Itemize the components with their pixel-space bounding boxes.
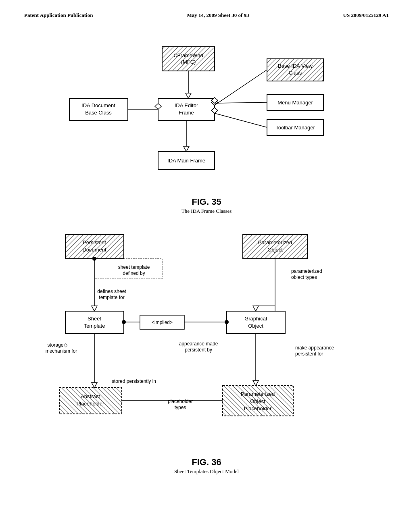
- fig35-diagram: CFrameWnd (MFC) Base IDA View Class IDA …: [49, 39, 364, 192]
- svg-text:Object: Object: [248, 323, 263, 329]
- header-right: US 2009/0125129 A1: [343, 12, 389, 19]
- svg-marker-88: [253, 380, 259, 386]
- svg-marker-22: [186, 93, 191, 98]
- svg-line-27: [215, 102, 267, 103]
- svg-point-84: [225, 320, 229, 324]
- svg-text:storage◇: storage◇: [47, 342, 67, 348]
- svg-text:(MFC): (MFC): [181, 59, 196, 65]
- svg-line-29: [215, 113, 267, 127]
- svg-text:make appearance: make appearance: [295, 345, 334, 351]
- svg-text:Object: Object: [250, 398, 265, 404]
- svg-text:Frame: Frame: [179, 110, 194, 116]
- svg-text:Template: Template: [84, 323, 105, 329]
- svg-text:defines sheet: defines sheet: [97, 289, 126, 294]
- svg-text:sheet template: sheet template: [118, 264, 150, 270]
- svg-marker-32: [184, 146, 189, 152]
- page: Patent Application Publication May 14, 2…: [0, 0, 413, 532]
- svg-text:mechanism for: mechanism for: [46, 348, 77, 354]
- svg-text:placeholder: placeholder: [168, 399, 193, 404]
- svg-rect-49: [65, 311, 124, 333]
- fig36-caption: Sheet Templates Object Model: [24, 468, 389, 475]
- svg-text:Toolbar Manager: Toolbar Manager: [275, 125, 315, 131]
- svg-text:Parameterized: Parameterized: [241, 391, 275, 397]
- svg-text:<implied>: <implied>: [152, 320, 173, 325]
- svg-marker-86: [92, 382, 97, 388]
- svg-text:Persistent: Persistent: [83, 239, 106, 245]
- svg-text:Document: Document: [82, 247, 106, 253]
- svg-text:Base IDA View: Base IDA View: [278, 63, 313, 69]
- fig35-title: FIG. 35 The IDA Frame Classes: [24, 197, 389, 214]
- svg-point-82: [122, 320, 126, 324]
- svg-text:defined by: defined by: [123, 270, 145, 276]
- svg-rect-52: [227, 311, 285, 333]
- svg-text:persistent by: persistent by: [185, 347, 212, 353]
- header-middle: May 14, 2009 Sheet 30 of 93: [187, 12, 249, 19]
- svg-text:parameterized: parameterized: [291, 268, 322, 274]
- svg-marker-77: [92, 306, 97, 311]
- svg-text:Menu Manager: Menu Manager: [277, 100, 313, 106]
- svg-text:IDA Document: IDA Document: [81, 102, 115, 108]
- svg-text:Abstract: Abstract: [81, 393, 100, 399]
- fig36-title: FIG. 36 Sheet Templates Object Model: [24, 457, 389, 475]
- svg-text:object types: object types: [291, 274, 317, 280]
- svg-text:template for: template for: [99, 295, 124, 300]
- svg-text:types: types: [175, 405, 186, 410]
- svg-text:Object: Object: [267, 247, 283, 253]
- svg-text:persistent for: persistent for: [295, 351, 323, 357]
- header-left: Patent Application Publication: [24, 12, 93, 19]
- svg-text:Placeholder: Placeholder: [244, 405, 272, 411]
- svg-text:appearance made: appearance made: [179, 341, 218, 347]
- svg-text:IDA Main Frame: IDA Main Frame: [167, 158, 205, 164]
- svg-text:stored persistently in: stored persistently in: [112, 378, 156, 384]
- svg-text:Base Class: Base Class: [85, 110, 112, 116]
- svg-marker-79: [253, 306, 259, 311]
- svg-text:Parameterized: Parameterized: [258, 239, 292, 245]
- fig36-number: FIG. 36: [24, 457, 389, 468]
- svg-text:Class: Class: [289, 70, 302, 76]
- fig35-caption: The IDA Frame Classes: [24, 208, 389, 214]
- page-header: Patent Application Publication May 14, 2…: [24, 8, 389, 27]
- fig36-diagram: Persistent Document Parameterized Object…: [41, 227, 372, 452]
- svg-text:Graphical: Graphical: [244, 316, 267, 322]
- svg-line-23: [215, 70, 267, 105]
- svg-text:Sheet: Sheet: [88, 316, 101, 322]
- fig35-number: FIG. 35: [24, 197, 389, 207]
- svg-text:IDA Editor: IDA Editor: [175, 102, 198, 108]
- svg-text:CFrameWnd: CFrameWnd: [173, 52, 203, 58]
- fig36-section: Persistent Document Parameterized Object…: [24, 227, 389, 475]
- fig35-section: CFrameWnd (MFC) Base IDA View Class IDA …: [24, 39, 389, 214]
- svg-text:Placeholder: Placeholder: [77, 401, 104, 407]
